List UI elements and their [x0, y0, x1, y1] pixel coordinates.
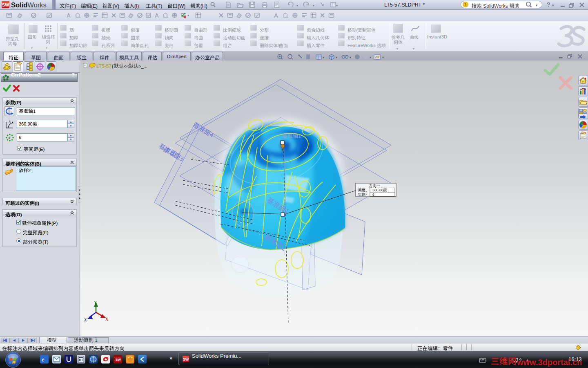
- svg-text:A: A: [9, 120, 11, 123]
- svg-text:<<: <<: [124, 64, 129, 69]
- svg-text:>_...: >_...: [138, 64, 147, 69]
- svg-text:▾: ▾: [370, 56, 371, 59]
- svg-text:LT5-57: LT5-57: [96, 63, 111, 69]
- svg-text:*: *: [240, 221, 242, 226]
- svg-text:▾: ▾: [296, 4, 298, 7]
- svg-text:SolidWorks: SolidWorks: [11, 1, 47, 9]
- svg-text::: :: [366, 193, 367, 197]
- svg-text:#: #: [9, 136, 11, 140]
- svg-text::: :: [366, 188, 367, 193]
- svg-text:SW: SW: [183, 357, 189, 361]
- svg-text:▾: ▾: [323, 56, 324, 59]
- svg-text:+: +: [84, 63, 86, 67]
- svg-text:e: e: [42, 356, 45, 363]
- svg-text:▾: ▾: [313, 4, 314, 7]
- svg-text:▾: ▾: [336, 4, 338, 7]
- svg-text:SW: SW: [116, 358, 121, 361]
- svg-text:▾: ▾: [382, 56, 384, 59]
- svg-text:▾: ▾: [336, 56, 337, 59]
- svg-text:X: X: [105, 317, 109, 321]
- svg-text:360.00: 360.00: [372, 188, 383, 192]
- svg-text:(: (: [112, 63, 114, 69]
- svg-text:Y: Y: [94, 300, 97, 305]
- svg-text:?: ?: [465, 2, 467, 7]
- svg-text:Z: Z: [84, 318, 87, 322]
- svg-text:▾: ▾: [350, 56, 351, 59]
- svg-text:6: 6: [372, 193, 374, 197]
- svg-text:SW: SW: [2, 2, 9, 7]
